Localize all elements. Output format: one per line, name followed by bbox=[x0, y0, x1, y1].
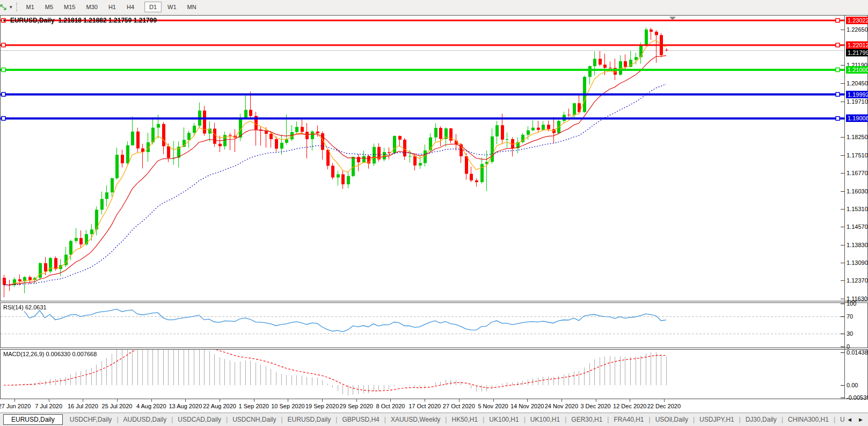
date-axis-tick bbox=[14, 399, 15, 402]
chart-tabs: EURUSD,DailyUSDCHF,Daily|AUDUSD,Daily|US… bbox=[3, 414, 844, 425]
tab-scroll-left-icon[interactable]: ◄ bbox=[847, 416, 852, 423]
date-axis: 27 Jun 20207 Jul 202016 Jul 202025 Jul 2… bbox=[0, 399, 868, 413]
date-axis-label: 22 Aug 2020 bbox=[203, 403, 236, 409]
price-tag-1.21000: 1.21000 bbox=[846, 66, 868, 74]
chart-tab-hk50-h1[interactable]: HK50,H1 bbox=[447, 414, 483, 425]
date-axis-label: 12 Dec 2020 bbox=[613, 403, 646, 409]
chart-tab-bar: EURUSD,DailyUSDCHF,Daily|AUDUSD,Daily|US… bbox=[0, 413, 868, 426]
date-axis-tick bbox=[425, 399, 425, 402]
chart-tab-dj30-daily[interactable]: DJ30,Daily bbox=[741, 414, 782, 425]
chart-tab-uk100-h1[interactable]: UK100,H1 bbox=[484, 414, 523, 425]
macd-indicator-canvas[interactable] bbox=[1, 350, 844, 399]
price-tag-1.22012: 1.22012 bbox=[846, 41, 868, 49]
price-tag-1.21799: 1.21799 bbox=[846, 49, 868, 56]
date-axis-label: 27 Oct 2020 bbox=[443, 403, 475, 409]
price-axis-tick: 1.13830 bbox=[847, 241, 868, 249]
price-axis-tick: 1.15310 bbox=[847, 205, 868, 213]
macd-axis-label: 0.014384 bbox=[847, 349, 868, 356]
price-chart-canvas[interactable] bbox=[1, 16, 844, 301]
chart-tab-usoil-daily[interactable]: USOil,Daily bbox=[651, 414, 693, 425]
chart-ohlc-values: 1.21818 1.21882 1.21759 1.21799 bbox=[59, 17, 157, 24]
tool-dropdown-caret[interactable]: ▾ bbox=[10, 4, 12, 10]
date-axis-label: 4 Aug 2020 bbox=[136, 403, 166, 409]
date-axis-label: 16 Jul 2020 bbox=[68, 403, 98, 409]
chart-tab-eurusd-daily[interactable]: EURUSD,Daily bbox=[283, 414, 336, 425]
price-tag-1.19008: 1.19008 bbox=[846, 114, 868, 122]
date-axis-label: 3 Dec 2020 bbox=[580, 403, 610, 409]
date-axis-label: 25 Jul 2020 bbox=[102, 403, 133, 409]
chart-tab-fra40-h1[interactable]: FRA40,H1 bbox=[609, 414, 648, 425]
price-axis-divider bbox=[844, 15, 845, 399]
date-axis-label: 13 Aug 2020 bbox=[169, 403, 202, 409]
price-axis-tick: 1.20450 bbox=[847, 80, 868, 87]
timeframe-button-m15[interactable]: M15 bbox=[59, 2, 80, 12]
chart-tab-gbpusd-h4[interactable]: GBPUSD,H4 bbox=[337, 414, 384, 425]
timeframe-button-h4[interactable]: H4 bbox=[122, 2, 139, 12]
chart-tab-usdcad-daily[interactable]: USDCAD,Daily bbox=[173, 414, 226, 425]
date-axis-tick bbox=[493, 399, 494, 402]
chart-collapse-icon[interactable]: ▼ bbox=[2, 18, 6, 23]
date-axis-label: 27 Jun 2020 bbox=[0, 403, 31, 409]
date-axis-tick bbox=[117, 399, 118, 402]
tab-scroll-right-icon[interactable]: ► bbox=[858, 416, 864, 423]
price-axis-tick: 1.19710 bbox=[847, 98, 868, 105]
price-axis-tick: 1.12370 bbox=[847, 277, 868, 284]
price-tag-1.19992: 1.19992 bbox=[846, 91, 868, 98]
timeframe-button-m1[interactable]: M1 bbox=[21, 2, 39, 12]
toolbar-drag-grip[interactable] bbox=[16, 3, 18, 11]
macd-axis-label: 0.00 bbox=[847, 381, 858, 389]
macd-indicator-label: MACD(12,26,9) 0.006330 0.007668 bbox=[3, 351, 97, 357]
date-axis-label: 1 Sep 2020 bbox=[239, 403, 269, 409]
chart-tab-usdchf-daily[interactable]: USDCHF,Daily bbox=[65, 414, 117, 425]
timeframe-button-mn[interactable]: MN bbox=[183, 2, 201, 12]
chart-tab-china300-h1[interactable]: CHINA300,H1 bbox=[783, 414, 834, 425]
timeframe-button-h1[interactable]: H1 bbox=[104, 2, 121, 12]
price-axis: 1.226501.211901.204501.197101.182501.175… bbox=[846, 15, 868, 399]
date-axis-label: 24 Nov 2020 bbox=[545, 403, 578, 409]
date-axis-tick bbox=[356, 399, 357, 402]
date-axis-tick bbox=[220, 399, 220, 402]
rsi-axis-label: 30 bbox=[847, 330, 853, 337]
date-axis-label: 14 Nov 2020 bbox=[510, 403, 544, 409]
rsi-indicator-label: RSI(14) 62.0631 bbox=[3, 304, 47, 311]
date-axis-label: 29 Sep 2020 bbox=[340, 403, 373, 409]
date-axis-tick bbox=[630, 399, 630, 402]
date-axis-label: 10 Sep 2020 bbox=[271, 403, 304, 409]
chart-tab-uk100-h1[interactable]: UK100,H1 bbox=[526, 414, 565, 425]
date-axis-tick bbox=[185, 399, 186, 402]
date-axis-label: 17 Oct 2020 bbox=[409, 403, 441, 409]
price-axis-tick: 1.22650 bbox=[847, 26, 868, 33]
date-axis-tick bbox=[83, 399, 83, 402]
date-axis-tick bbox=[254, 399, 254, 402]
date-axis-tick bbox=[561, 399, 562, 402]
chart-tab-xauusd-weekly[interactable]: XAUUSD,Weekly bbox=[386, 414, 445, 425]
timeframe-button-m5[interactable]: M5 bbox=[40, 2, 58, 12]
date-axis-label: 19 Sep 2020 bbox=[305, 403, 339, 409]
date-axis-label: 7 Jul 2020 bbox=[35, 403, 62, 409]
chart-tab-audusd-daily[interactable]: AUDUSD,Daily bbox=[119, 414, 172, 425]
price-tag-1.23022: 1.23022 bbox=[846, 17, 868, 24]
rsi-axis-label: 70 bbox=[847, 313, 853, 320]
chart-tab-eurusd-daily[interactable]: EURUSD,Daily bbox=[3, 414, 63, 425]
cursor-tool-icon[interactable]: ⤡ bbox=[0, 2, 9, 12]
date-axis-tick bbox=[664, 399, 665, 402]
chart-tab-usdcnh-daily[interactable]: USDCNH,Daily bbox=[228, 414, 281, 425]
chart-tab-ger30-h1[interactable]: GER30,H1 bbox=[566, 414, 607, 425]
chart-tab-usdjpy-h1[interactable]: USDJPY,H1 bbox=[695, 414, 739, 425]
chart-symbol-label: EURUSD,Daily bbox=[10, 17, 55, 24]
timeframe-button-d1[interactable]: D1 bbox=[144, 2, 162, 12]
timeframe-button-group: M1M5M15M30H1H4D1W1MN bbox=[21, 2, 206, 12]
top-toolbar: ⤡ ▾ M1M5M15M30H1H4D1W1MN bbox=[0, 0, 868, 15]
price-axis-tick: 1.13090 bbox=[847, 259, 868, 266]
price-axis-tick: 1.17510 bbox=[847, 151, 868, 159]
rsi-indicator-canvas[interactable] bbox=[1, 303, 844, 348]
date-axis-tick bbox=[596, 399, 596, 402]
date-axis-tick bbox=[527, 399, 528, 402]
chart-tab-us[interactable]: US bbox=[835, 414, 844, 425]
price-axis-tick: 1.16770 bbox=[847, 169, 868, 177]
date-axis-tick bbox=[322, 399, 323, 402]
timeframe-button-m30[interactable]: M30 bbox=[82, 2, 103, 12]
date-axis-label: 22 Dec 2020 bbox=[647, 403, 681, 409]
chart-title: ▼ EURUSD,Daily 1.21818 1.21882 1.21759 1… bbox=[2, 17, 157, 24]
timeframe-button-w1[interactable]: W1 bbox=[163, 2, 181, 12]
